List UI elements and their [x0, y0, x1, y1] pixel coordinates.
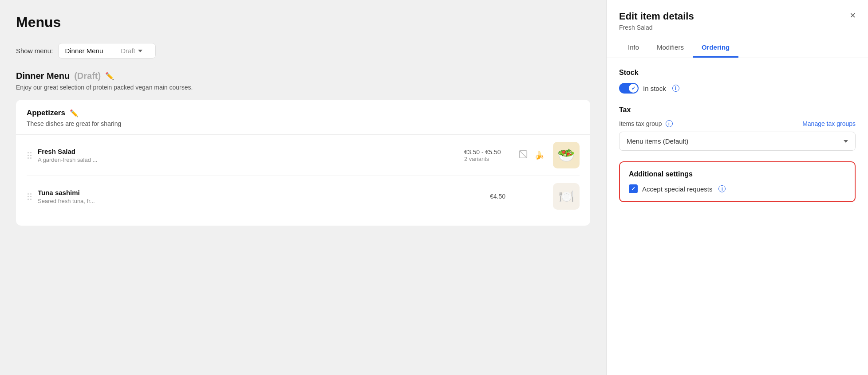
item-image: 🥗	[553, 142, 580, 168]
item-name: Tuna sashimi	[38, 189, 485, 196]
chevron-down-icon	[138, 50, 142, 52]
item-info: Fresh Salad A garden-fresh salad ...	[38, 148, 459, 163]
close-button[interactable]: ×	[850, 11, 856, 20]
drag-dot	[30, 199, 32, 200]
plate-icon: 🍽️	[559, 189, 574, 204]
table-row: Tuna sashimi Seared fresh tuna, fr... €4…	[27, 176, 580, 217]
table-row: Fresh Salad A garden-fresh salad ... €3.…	[27, 135, 580, 176]
page-title: Menus	[16, 14, 590, 31]
drag-dot	[28, 196, 29, 197]
dinner-menu-title: Dinner Menu	[16, 71, 70, 81]
in-stock-label: In stock	[643, 85, 666, 92]
panel-header-top: Edit item details ×	[619, 11, 856, 22]
tax-label-row: Items tax group i	[619, 120, 673, 127]
panel-header: Edit item details × Fresh Salad Info Mod…	[607, 0, 868, 58]
accept-special-requests-checkbox[interactable]: ✓	[629, 184, 638, 193]
stock-section-label: Stock	[619, 69, 856, 77]
toggle-row: ✓ In stock i	[619, 83, 856, 94]
menu-selector-name: Dinner Menu	[65, 47, 103, 55]
item-price: €4.50	[490, 193, 539, 200]
tax-group-selected: Menu items (Default)	[627, 137, 688, 145]
item-desc: Seared fresh tuna, fr...	[38, 198, 485, 204]
edit-pencil-icon[interactable]: ✏️	[105, 72, 114, 80]
show-menu-label: Show menu:	[16, 47, 53, 55]
section-edit-icon[interactable]: ✏️	[70, 109, 79, 117]
menu-selector-status: Draft	[121, 47, 142, 55]
panel-subtitle: Fresh Salad	[619, 24, 856, 31]
drag-dot	[30, 155, 32, 156]
tax-info-icon[interactable]: i	[666, 120, 673, 127]
menu-selector[interactable]: Dinner Menu Draft	[58, 43, 156, 59]
drag-dot	[28, 155, 29, 156]
dropdown-chevron-icon	[844, 140, 848, 143]
item-price: €3.50 - €5.50	[464, 148, 513, 156]
item-image: 🍽️	[553, 183, 580, 210]
drag-dot	[30, 157, 32, 159]
manage-tax-groups-link[interactable]: Manage tax groups	[802, 120, 856, 127]
items-tax-label: Items tax group	[619, 120, 662, 127]
section-title-row: Appetizers ✏️	[27, 109, 580, 117]
show-menu-row: Show menu: Dinner Menu Draft	[16, 43, 590, 59]
panel-title: Edit item details	[619, 11, 694, 22]
salad-icon: 🥗	[557, 147, 575, 164]
svg-line-1	[520, 150, 527, 158]
dinner-menu-title-row: Dinner Menu (Draft) ✏️	[16, 71, 590, 81]
left-panel: Menus Show menu: Dinner Menu Draft Dinne…	[0, 0, 606, 375]
dinner-menu-header: Dinner Menu (Draft) ✏️ Enjoy our great s…	[16, 71, 590, 91]
item-desc: A garden-fresh salad ...	[38, 156, 459, 163]
leaf-icon[interactable]: 🍌	[534, 150, 544, 160]
item-price-block: €3.50 - €5.50 2 variants	[464, 148, 513, 162]
additional-settings-title: Additional settings	[629, 170, 846, 178]
no-image-icon[interactable]	[518, 149, 528, 161]
checkbox-row: ✓ Accept special requests i	[629, 184, 846, 193]
accept-special-requests-label: Accept special requests	[642, 185, 712, 193]
item-variants: 2 variants	[464, 156, 513, 162]
drag-handle[interactable]	[27, 192, 32, 201]
item-price-block: €4.50	[490, 193, 539, 200]
toggle-check-icon: ✓	[631, 86, 635, 91]
in-stock-toggle[interactable]: ✓	[619, 83, 639, 94]
drag-dot	[28, 157, 29, 159]
additional-settings-box: Additional settings ✓ Accept special req…	[619, 161, 856, 202]
tabs: Info Modifiers Ordering	[619, 38, 856, 58]
drag-handle[interactable]	[27, 151, 32, 160]
tab-ordering[interactable]: Ordering	[693, 38, 738, 58]
drag-dot	[28, 193, 29, 195]
tab-modifiers[interactable]: Modifiers	[648, 38, 693, 58]
special-requests-info-icon[interactable]: i	[718, 185, 726, 192]
drag-dot	[30, 152, 32, 153]
item-info: Tuna sashimi Seared fresh tuna, fr...	[38, 189, 485, 204]
tax-section: Tax Items tax group i Manage tax groups …	[619, 106, 856, 151]
draft-badge: (Draft)	[74, 71, 101, 81]
right-panel: Edit item details × Fresh Salad Info Mod…	[606, 0, 868, 375]
section-title: Appetizers	[27, 109, 65, 117]
checkbox-check-icon: ✓	[631, 186, 635, 192]
tab-info[interactable]: Info	[619, 38, 648, 58]
drag-dot	[28, 152, 29, 153]
menu-description: Enjoy our great selection of protein pac…	[16, 84, 590, 91]
tax-section-label: Tax	[619, 106, 856, 114]
item-icons: 🍌	[518, 149, 544, 161]
toggle-knob: ✓	[629, 84, 638, 93]
drag-dot	[30, 196, 32, 197]
tax-row: Items tax group i Manage tax groups	[619, 120, 856, 127]
stock-info-icon[interactable]: i	[672, 85, 679, 92]
panel-body: Stock ✓ In stock i Tax Items tax group i…	[607, 58, 868, 375]
section-card: Appetizers ✏️ These dishes are great for…	[16, 100, 590, 226]
drag-dot	[30, 193, 32, 195]
tax-group-dropdown[interactable]: Menu items (Default)	[619, 132, 856, 151]
section-description: These dishes are great for sharing	[27, 120, 580, 127]
item-name: Fresh Salad	[38, 148, 459, 155]
drag-dot	[28, 199, 29, 200]
